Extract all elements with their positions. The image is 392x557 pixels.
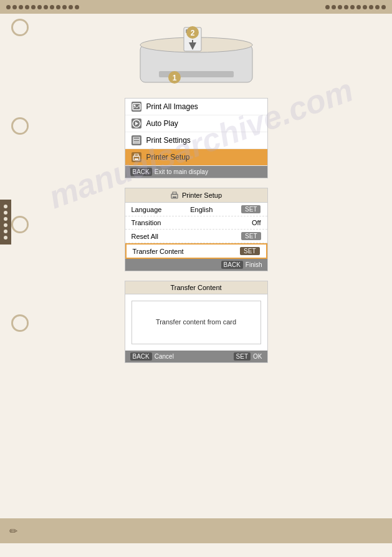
main-content: 1 2 Print All Images Auto Play xyxy=(0,14,392,379)
dot xyxy=(37,5,42,9)
top-dots-right xyxy=(325,5,386,9)
menu-item-label: Printer Setup xyxy=(146,153,190,162)
back-action: Cancel xyxy=(155,353,174,360)
svg-point-11 xyxy=(133,105,135,107)
setup-row-transition: Transition Off xyxy=(125,216,267,230)
set-label[interactable]: SET xyxy=(234,352,251,361)
dot xyxy=(338,5,342,9)
main-menu-panel: Print All Images Auto Play Print Setting… xyxy=(125,98,268,178)
dot xyxy=(62,5,67,9)
svg-rect-10 xyxy=(133,104,140,110)
dot xyxy=(56,5,60,9)
dot xyxy=(332,5,336,9)
svg-rect-14 xyxy=(133,137,140,139)
play-icon xyxy=(131,119,141,128)
setup-row-label: Transition xyxy=(131,219,161,226)
menu-item-label: Auto Play xyxy=(146,119,178,128)
note-area: ✏ xyxy=(0,518,392,543)
dot xyxy=(381,5,386,9)
dot xyxy=(44,5,48,9)
dot xyxy=(25,5,29,9)
dot xyxy=(350,5,355,9)
back-label[interactable]: BACK xyxy=(130,352,152,361)
back-label[interactable]: BACK xyxy=(221,261,243,269)
pencil-icon: ✏ xyxy=(9,525,17,537)
dot xyxy=(369,5,373,9)
svg-marker-13 xyxy=(135,122,138,125)
printer-setup-panel: Printer Setup Language English SET Trans… xyxy=(125,188,268,271)
back-action-label: Exit to main display xyxy=(155,168,208,175)
svg-text:1: 1 xyxy=(172,74,176,82)
dot xyxy=(6,5,11,9)
dot xyxy=(363,5,367,9)
menu-item-print-settings[interactable]: Print Settings xyxy=(125,132,267,149)
printer-icon xyxy=(131,152,141,162)
svg-text:2: 2 xyxy=(190,29,194,37)
dot xyxy=(12,5,17,9)
menu-item-label: Print All Images xyxy=(146,102,198,111)
setup-set-button[interactable]: SET xyxy=(241,232,261,240)
dot xyxy=(375,5,380,9)
dot xyxy=(344,5,348,9)
menu-item-print-all[interactable]: Print All Images xyxy=(125,99,267,115)
dot xyxy=(75,5,79,9)
setup-row-reset: Reset All SET xyxy=(125,230,267,243)
menu-back-bar: BACK Exit to main display xyxy=(125,166,267,178)
setup-row-language: Language English SET xyxy=(125,203,267,216)
setup-back-bar: BACK Finish xyxy=(125,259,267,271)
setup-row-label: Language xyxy=(131,206,162,213)
set-action: OK xyxy=(253,353,262,360)
top-border xyxy=(0,0,392,14)
menu-item-printer-setup[interactable]: Printer Setup xyxy=(125,149,267,166)
setup-row-label: Reset All xyxy=(131,233,158,240)
setup-title-text: Printer Setup xyxy=(182,191,222,199)
dot xyxy=(325,5,330,9)
svg-rect-22 xyxy=(173,196,176,198)
illustration: 1 2 xyxy=(128,26,265,89)
svg-rect-16 xyxy=(133,142,140,143)
svg-rect-19 xyxy=(135,158,138,160)
transfer-content-title: Transfer Content xyxy=(125,281,267,294)
printer-setup-title: Printer Setup xyxy=(125,188,267,203)
dot xyxy=(50,5,54,9)
printer-setup-icon xyxy=(170,191,179,200)
transfer-back-bar: BACK Cancel SET OK xyxy=(125,351,267,362)
transfer-content-text: Transfer content from card xyxy=(156,317,236,327)
svg-rect-15 xyxy=(133,140,140,142)
back-action-label: Finish xyxy=(246,261,262,268)
setup-row-label: Transfer Content xyxy=(133,248,184,255)
transfer-content-box: Transfer content from card xyxy=(131,301,261,344)
menu-item-auto-play[interactable]: Auto Play xyxy=(125,115,267,132)
transfer-content-panel: Transfer Content Transfer content from c… xyxy=(125,281,268,363)
setup-row-transfer[interactable]: Transfer Content SET xyxy=(125,243,267,259)
dot xyxy=(356,5,361,9)
setup-row-value: Off xyxy=(252,219,261,226)
dot xyxy=(31,5,36,9)
settings-icon xyxy=(131,135,141,145)
top-dots-left xyxy=(6,5,79,9)
menu-item-label: Print Settings xyxy=(146,136,191,145)
dot xyxy=(19,5,23,9)
setup-set-button-active[interactable]: SET xyxy=(240,247,259,255)
setup-set-button[interactable]: SET xyxy=(241,205,261,213)
image-icon xyxy=(131,102,141,112)
dot xyxy=(69,5,73,9)
setup-row-value: English xyxy=(190,206,213,213)
transfer-title-text: Transfer Content xyxy=(170,284,221,291)
back-label[interactable]: BACK xyxy=(130,168,152,176)
